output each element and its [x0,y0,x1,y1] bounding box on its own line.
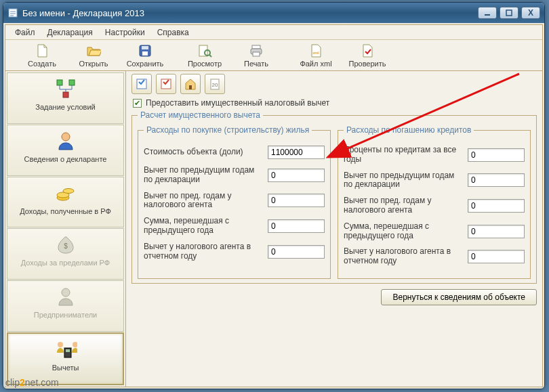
svg-rect-5 [142,51,148,56]
left-agent-current-label: Вычет у налогового агента в отчетном год… [144,242,262,261]
right-prev-decl-label: Вычет по предыдущим годам по декларации [344,171,462,190]
svg-point-18 [63,188,74,193]
print-icon [249,43,264,58]
left-agent-current-input[interactable] [268,245,325,259]
sidebar-item-conditions[interactable]: Задание условий [7,72,124,124]
toolbar-create[interactable]: Создать [16,43,68,68]
svg-text:$: $ [64,242,68,250]
toolbar-save[interactable]: Сохранить [119,43,171,68]
entrepreneur-icon [54,285,77,308]
svg-rect-24 [66,349,70,352]
toolbar-xml[interactable]: xml Файл xml [290,43,342,68]
toolbar-open[interactable]: Открыть [68,43,119,68]
menu-declaration[interactable]: Декларация [42,26,98,39]
minimize-button[interactable] [478,7,497,19]
purchase-expenses-fieldset: Расходы по покупке (строительству) жилья… [138,125,331,279]
menu-bar: Файл Декларация Настройки Справка [5,25,542,40]
menu-settings[interactable]: Настройки [100,26,150,39]
main-toolbar: Создать Открыть Сохранить Просмотр Печат… [5,40,542,71]
calc-legend: Расчет имущественного вычета [138,110,263,120]
svg-text:xml: xml [312,51,319,55]
new-file-icon [35,43,49,58]
main-panel: 20 ✔ Предоставить имущественный налоговы… [126,71,542,387]
save-icon [138,43,152,58]
toolbar-check[interactable]: Проверить [342,43,393,68]
svg-rect-10 [253,52,260,56]
sidebar-item-income-abroad[interactable]: $ Доходы за пределами РФ [7,228,124,280]
sidebar-item-income-rf[interactable]: Доходы, полученные в РФ [7,177,124,228]
app-icon [7,7,18,18]
right-agent-current-input[interactable] [468,250,525,263]
right-agent-current-label: Вычет у налогового агента в отчетном год… [344,247,462,266]
right-legend: Расходы по погашению кредитов [344,125,474,135]
menu-file[interactable]: Файл [9,26,41,39]
toolbar-print[interactable]: Печать [230,43,282,68]
open-folder-icon [86,43,101,58]
svg-point-21 [58,342,63,347]
back-to-object-button[interactable]: Вернуться к сведениям об объекте [381,289,537,305]
svg-text:20: 20 [212,82,218,88]
deduction-type-social[interactable] [156,74,176,94]
provide-deduction-label: Предоставить имущественный налоговый выч… [146,98,329,108]
window-title: Без имени - Декларация 2013 [22,8,478,18]
sidebar-item-declarant[interactable]: Сведения о декларанте [7,125,124,176]
right-prev-decl-input[interactable] [468,173,525,187]
svg-rect-4 [142,46,148,49]
svg-point-20 [62,288,70,297]
left-legend: Расходы по покупке (строительству) жилья [144,125,312,135]
sidebar-item-entrepreneurs[interactable]: Предприниматели [7,280,124,332]
svg-point-15 [62,133,70,141]
money-bag-icon: $ [54,233,77,256]
provide-deduction-checkbox[interactable]: ✔ [133,99,142,108]
provide-deduction-row: ✔ Предоставить имущественный налоговый в… [133,98,537,108]
right-prev-agent-input[interactable] [468,199,525,213]
interest-all-label: Проценты по кредитам за все годы [344,146,462,165]
loan-expenses-fieldset: Расходы по погашению кредитов Проценты п… [338,125,531,279]
left-prev-decl-input[interactable] [268,169,325,182]
svg-rect-8 [252,45,260,49]
left-carryover-label: Сумма, перешедшая с предыдущего года [144,217,262,236]
left-prev-decl-label: Вычет по предыдущим годам по декларации [144,166,262,185]
title-bar[interactable]: Без имени - Декларация 2013 X [3,3,544,23]
right-prev-agent-label: Вычет по пред. годам у налогового агента [344,196,462,215]
interest-all-input[interactable] [468,148,525,162]
toolbar-preview[interactable]: Просмотр [179,43,230,68]
svg-rect-12 [57,80,62,85]
deduction-type-toolbar: 20 [131,74,537,94]
object-cost-input[interactable] [268,146,325,159]
left-carryover-input[interactable] [268,219,325,233]
svg-rect-14 [63,92,68,97]
deduction-type-losses[interactable]: 20 [205,74,225,94]
right-carryover-label: Сумма, перешедшая с предыдущего года [344,222,462,241]
watermark: clip2net.com [5,377,59,388]
client-area: Файл Декларация Настройки Справка Создат… [5,24,543,387]
menu-help[interactable]: Справка [152,26,195,39]
close-button[interactable]: X [521,7,540,19]
svg-rect-1 [485,14,490,16]
svg-rect-13 [69,80,75,85]
svg-rect-2 [506,10,512,16]
xml-file-icon: xml [308,43,323,58]
coins-icon [54,181,77,204]
maximize-button[interactable] [500,7,518,19]
left-prev-agent-input[interactable] [268,194,325,207]
object-cost-label: Стоимость объекта (доли) [144,148,262,157]
svg-rect-27 [189,85,192,89]
left-prev-agent-label: Вычет по пред. годам у налогового агента [144,192,262,211]
preview-icon [197,43,212,58]
app-window: Без имени - Декларация 2013 X Файл Декла… [3,2,545,389]
svg-point-22 [73,342,77,347]
conditions-icon [54,77,77,100]
deduction-type-property[interactable] [180,74,201,94]
work-area: Задание условий Сведения о декларанте До… [5,71,542,387]
check-icon [360,43,375,58]
deductions-icon [54,338,77,361]
person-icon [54,129,77,152]
deduction-type-standard[interactable] [131,74,152,94]
right-carryover-input[interactable] [468,225,525,238]
calculation-fieldset: Расчет имущественного вычета Расходы по … [131,110,537,284]
navigation-sidebar: Задание условий Сведения о декларанте До… [5,71,126,387]
